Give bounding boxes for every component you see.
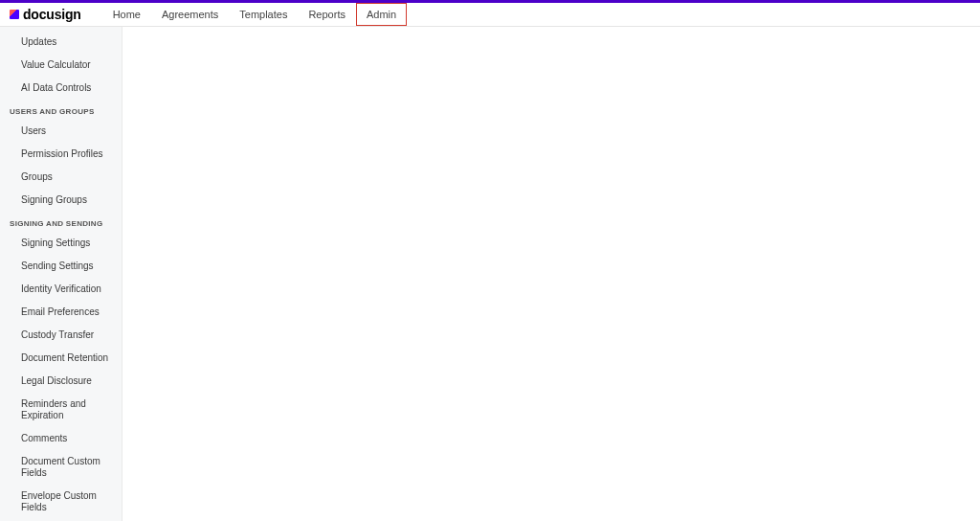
sidebar-item-document-custom-fields[interactable]: Document Custom Fields	[0, 450, 122, 485]
sidebar-item-users[interactable]: Users	[0, 120, 122, 143]
brand-name: docusign	[23, 7, 81, 22]
sidebar-item-value-calculator[interactable]: Value Calculator	[0, 54, 122, 77]
header: docusign Home Agreements Templates Repor…	[0, 3, 980, 27]
sidebar-item-document-retention[interactable]: Document Retention	[0, 347, 122, 370]
sidebar-item-reminders-and-expiration[interactable]: Reminders and Expiration	[0, 393, 122, 427]
sidebar-item-email-preferences[interactable]: Email Preferences	[0, 301, 122, 324]
sidebar-item-groups[interactable]: Groups	[0, 166, 122, 189]
nav-reports[interactable]: Reports	[298, 3, 356, 26]
sidebar-item-identity-verification[interactable]: Identity Verification	[0, 278, 122, 301]
sidebar-item-sending-settings[interactable]: Sending Settings	[0, 255, 122, 278]
logo-mark-icon	[10, 10, 19, 19]
sidebar-item-envelope-custom-fields[interactable]: Envelope Custom Fields	[0, 485, 122, 519]
nav-agreements[interactable]: Agreements	[151, 3, 229, 26]
sidebar-item-permission-profiles[interactable]: Permission Profiles	[0, 143, 122, 166]
sidebar-item-updates[interactable]: Updates	[0, 31, 122, 54]
sidebar: Updates Value Calculator AI Data Control…	[0, 27, 122, 521]
nav-admin[interactable]: Admin	[356, 3, 407, 26]
sidebar-section-signing-and-sending: SIGNING AND SENDING	[0, 212, 122, 232]
nav-home[interactable]: Home	[102, 3, 151, 26]
sidebar-item-signing-groups[interactable]: Signing Groups	[0, 189, 122, 212]
sidebar-item-signing-settings[interactable]: Signing Settings	[0, 232, 122, 255]
sidebar-item-ai-data-controls[interactable]: AI Data Controls	[0, 77, 122, 100]
sidebar-item-comments[interactable]: Comments	[0, 427, 122, 450]
main-content	[122, 27, 980, 521]
brand-logo[interactable]: docusign	[10, 7, 81, 22]
sidebar-item-custody-transfer[interactable]: Custody Transfer	[0, 324, 122, 347]
body: Updates Value Calculator AI Data Control…	[0, 27, 980, 521]
sidebar-item-legal-disclosure[interactable]: Legal Disclosure	[0, 370, 122, 393]
top-nav: Home Agreements Templates Reports Admin	[102, 3, 408, 26]
sidebar-section-users-and-groups: USERS AND GROUPS	[0, 100, 122, 120]
nav-templates[interactable]: Templates	[229, 3, 298, 26]
